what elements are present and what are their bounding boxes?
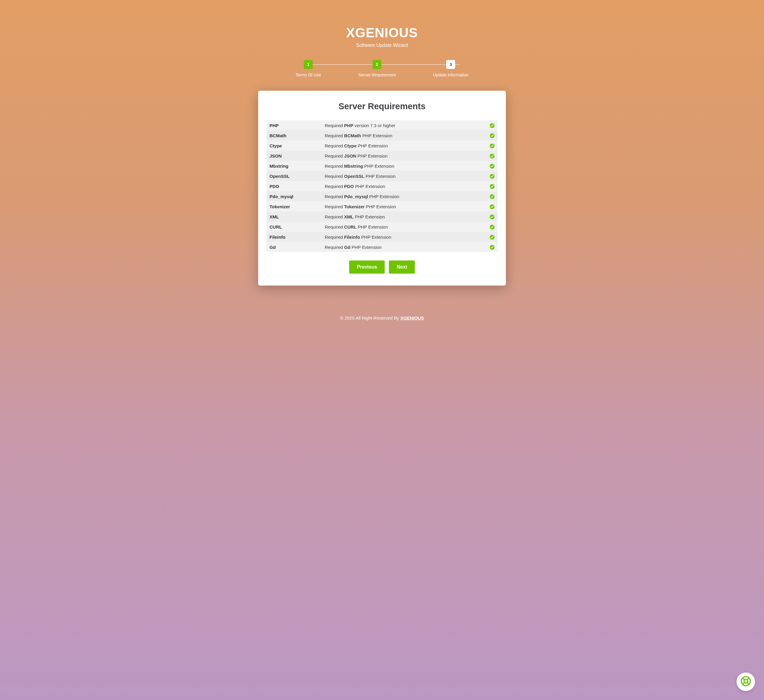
requirement-description: Required Pdo_mysql PHP Extension [325, 194, 485, 199]
requirement-status [485, 234, 495, 240]
check-circle-icon [490, 174, 495, 179]
requirement-name: Tokenizer [269, 204, 325, 209]
help-button[interactable] [737, 673, 755, 691]
requirement-name: Pdo_mysql [269, 194, 325, 199]
requirement-row: PHPRequired PHP version 7.3 or higher [266, 120, 498, 130]
brand-title: XGENIOUS [0, 25, 764, 40]
requirement-status [485, 194, 495, 199]
requirement-name: Mbstring [269, 163, 325, 169]
requirement-status [485, 224, 495, 229]
requirement-row: Pdo_mysqlRequired Pdo_mysql PHP Extensio… [266, 191, 498, 201]
previous-button[interactable]: Previous [349, 260, 385, 274]
step-number: 1 [304, 60, 313, 69]
requirement-row: JSONRequired JSON PHP Extension [266, 151, 498, 161]
step-number: 2 [373, 60, 381, 69]
requirement-description: Required PHP version 7.3 or higher [325, 123, 485, 128]
requirement-name: OpenSSL [269, 174, 325, 179]
check-circle-icon [490, 144, 495, 148]
requirement-row: MbstringRequired Mbstring PHP Extension [266, 161, 498, 171]
requirement-row: OpenSSLRequired OpenSSL PHP Extension [266, 171, 498, 181]
requirement-status [485, 123, 495, 128]
requirement-name: Fileinfo [269, 235, 325, 240]
requirement-description: Required Ctype PHP Extension [325, 143, 485, 148]
check-circle-icon [490, 164, 495, 169]
requirement-status [485, 183, 495, 189]
svg-point-1 [744, 680, 748, 683]
check-circle-icon [490, 133, 495, 138]
requirement-status [485, 244, 495, 250]
main-card: Server Requirements PHPRequired PHP vers… [258, 91, 506, 285]
requirement-description: Required PDO PHP Extension [325, 184, 485, 189]
step-item-2[interactable]: 2Server Requirement [359, 60, 396, 77]
requirement-description: Required Tokenizer PHP Extension [325, 204, 485, 209]
requirement-name: Ctype [269, 143, 325, 148]
requirement-row: PDORequired PDO PHP Extension [266, 181, 498, 191]
check-circle-icon [490, 245, 495, 250]
requirement-description: Required XML PHP Extension [325, 214, 485, 219]
requirement-description: Required OpenSSL PHP Extension [325, 174, 485, 179]
check-circle-icon [490, 194, 495, 199]
page-footer: © 2020 All Right Reserved By XGENIOUS [0, 315, 764, 321]
check-circle-icon [490, 235, 495, 240]
page-header: XGENIOUS Software Update Wizard [0, 0, 764, 60]
step-item-3[interactable]: 3Update Information [433, 60, 468, 77]
requirement-description: Required CURL PHP Extension [325, 224, 485, 229]
requirement-row: CtypeRequired Ctype PHP Extension [266, 141, 498, 151]
brand-subtitle: Software Update Wizard [0, 43, 764, 48]
check-circle-icon [490, 225, 495, 229]
step-label: Terms Of Use [296, 72, 321, 77]
requirements-table: PHPRequired PHP version 7.3 or higherBCM… [266, 120, 498, 252]
check-circle-icon [490, 204, 495, 209]
requirement-description: Required Mbstring PHP Extension [325, 163, 485, 169]
check-circle-icon [490, 123, 495, 128]
check-circle-icon [490, 215, 495, 219]
requirement-row: GdRequired Gd PHP Extension [266, 242, 498, 252]
button-row: Previous Next [266, 260, 498, 274]
lifebuoy-icon [741, 676, 751, 688]
requirement-status [485, 173, 495, 179]
requirement-status [485, 204, 495, 209]
requirement-name: PDO [269, 184, 325, 189]
requirement-name: CURL [269, 224, 325, 229]
check-circle-icon [490, 153, 495, 158]
next-button[interactable]: Next [389, 260, 415, 274]
requirement-row: CURLRequired CURL PHP Extension [266, 222, 498, 232]
step-number: 3 [446, 60, 455, 69]
requirement-status [485, 163, 495, 169]
step-label: Server Requirement [359, 72, 396, 77]
progress-stepper: 1Terms Of Use2Server Requirement3Update … [290, 60, 474, 77]
check-circle-icon [490, 184, 495, 189]
requirement-status [485, 143, 495, 148]
requirement-status [485, 153, 495, 158]
requirement-name: JSON [269, 153, 325, 158]
requirement-description: Required Gd PHP Extension [325, 245, 485, 250]
step-item-1[interactable]: 1Terms Of Use [296, 60, 321, 77]
card-title: Server Requirements [266, 102, 498, 111]
requirement-name: XML [269, 214, 325, 219]
step-label: Update Information [433, 72, 468, 77]
footer-link[interactable]: XGENIOUS [400, 315, 424, 321]
requirement-row: FileinfoRequired Fileinfo PHP Extension [266, 232, 498, 242]
requirement-status [485, 214, 495, 219]
requirement-description: Required BCMath PHP Extension [325, 133, 485, 138]
requirement-row: BCMathRequired BCMath PHP Extension [266, 130, 498, 141]
requirement-row: TokenizerRequired Tokenizer PHP Extensio… [266, 201, 498, 211]
requirement-name: Gd [269, 245, 325, 250]
requirement-name: PHP [269, 123, 325, 128]
requirement-status [485, 133, 495, 138]
requirement-row: XMLRequired XML PHP Extension [266, 211, 498, 222]
requirement-description: Required Fileinfo PHP Extension [325, 235, 485, 240]
requirement-name: BCMath [269, 133, 325, 138]
requirement-description: Required JSON PHP Extension [325, 153, 485, 158]
footer-text: © 2020 All Right Reserved By [340, 315, 400, 321]
